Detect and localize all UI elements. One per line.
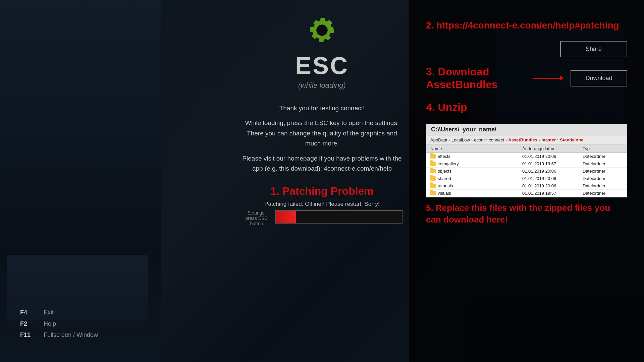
shortcut-f11-desc: Fullscreen / Window [44,331,98,339]
file-shared-name: shared [430,176,522,181]
patching-title: 1. Patching Problem [241,185,402,197]
file-objects-name: objects [430,169,522,174]
shortcut-f11: F11 Fullscreen / Window [20,331,98,339]
file-browser: C:\\Users\_your_name\ AppData › LocalLow… [426,124,627,197]
table-row: effects 01.01.2019 20:06 Dateiordner [426,153,627,160]
center-text-block: Thank you for testing connect! While loa… [241,103,402,178]
patching-section: 1. Patching Problem Patching failed. Off… [241,185,402,226]
shortcut-f2: F2 Help [20,320,98,328]
file-table-body: effects 01.01.2019 20:06 Dateiordner ite… [426,153,627,197]
file-table-header: Name Änderungsdatum Typ [426,145,627,153]
svg-point-0 [316,24,328,36]
table-row: itemgallery 01.01.2019 19:57 Dateiordner [426,160,627,168]
share-button[interactable]: Share [560,41,627,57]
breadcrumb-ecom: ecom [474,137,485,142]
folder-icon [430,162,436,166]
shortcut-f11-key: F11 [20,331,37,339]
download-button[interactable]: Download [571,70,627,86]
shortcut-f4-key: F4 [20,308,37,317]
right-panel: 2. https://4connect-e.com/en/help#patchi… [409,0,644,362]
file-itemgallery-name: itemgallery [430,161,522,166]
breadcrumb-appdata: AppData [430,137,447,142]
col-name: Name [430,146,522,151]
col-date: Änderungsdatum [522,146,583,151]
file-tutorials-name: tutorials [430,183,522,188]
arrow-line [533,75,564,81]
progress-bar-wrapper: Settings: press ESC button [241,210,402,226]
folder-icon [430,169,436,173]
progress-bar-fill [276,211,296,223]
gear-icon [302,10,342,50]
settings-label: Settings: press ESC button [241,210,272,226]
folder-icon [430,191,436,195]
step2-label: 2. https://4connect-e.com/en/help#patchi… [426,20,619,31]
homepage-text: Please visit our homepage if you have pr… [241,154,402,174]
table-row: tutorials 01.01.2019 20:06 Dateiordner [426,182,627,190]
step3-row: 3. Download AssetBundles Download [426,65,627,91]
step5-label: 5. Replace this files with the zipped fi… [426,202,627,226]
esc-subtitle: (while loading) [298,81,346,90]
folder-icon [430,154,436,159]
breadcrumb-localflow: LocalLow [451,137,470,142]
table-row: shared 01.01.2019 20:06 Dateiordner [426,175,627,182]
step3-label: 3. Download AssetBundles [426,65,526,91]
shortcut-f2-desc: Help [44,320,56,328]
col-type: Typ [583,146,623,151]
breadcrumb-assetbundles: AssetBundles [508,137,537,142]
folder-icon [430,184,436,188]
path-header: C:\\Users\_your_name\ [426,124,627,135]
esc-instructions-text: While loading, press the ESC key to open… [241,118,402,148]
esc-title: ESC [295,54,349,78]
breadcrumb-master: master [541,137,556,142]
progress-bar [275,210,402,224]
breadcrumb-connect: connect [489,137,504,142]
patching-error-text: Patching failed. Offline? Please restart… [241,201,402,207]
share-row: Share [426,41,627,57]
shortcut-f4-desc: Exit [44,308,54,317]
thank-you-text: Thank you for testing connect! [241,103,402,113]
breadcrumb-standalone: Standalone [560,137,583,142]
step4-label: 4. Unzip [426,101,627,114]
shortcut-f4: F4 Exit [20,308,98,317]
breadcrumb-bar: AppData › LocalLow › ecom › connect › As… [426,135,627,145]
shortcuts-panel: F4 Exit F2 Help F11 Fullscreen / Window [20,308,98,342]
step2-url: 2. https://4connect-e.com/en/help#patchi… [426,20,627,31]
table-row: visuals 01.01.2019 19:57 Dateiordner [426,190,627,197]
file-visuals-name: visuals [430,191,522,196]
table-row: objects 01.01.2019 20:06 Dateiordner [426,168,627,175]
logo-section: ESC (while loading) [295,10,349,90]
folder-icon [430,176,436,181]
path-header-text: C:\\Users\_your_name\ [431,126,496,133]
file-effects-name: effects [430,154,522,159]
shortcut-f2-key: F2 [20,320,37,328]
